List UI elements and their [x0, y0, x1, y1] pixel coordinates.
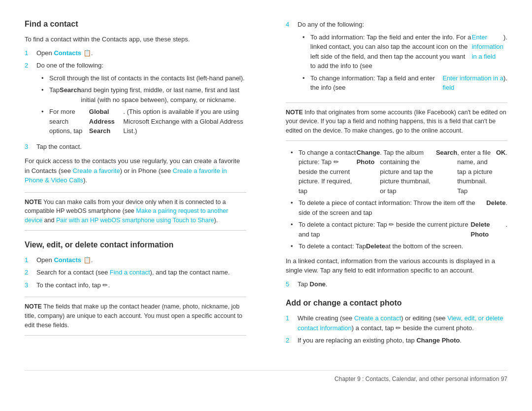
page-layout: Find a contact To find a contact within … [25, 20, 507, 355]
note-label-2: NOTE [25, 303, 42, 310]
section-add-photo: Add or change a contact photo 1 While cr… [286, 299, 507, 345]
note-label-1: NOTE [25, 199, 42, 206]
step-1-content: Open Contacts 📋. [36, 48, 246, 58]
view-edit-note: NOTE The fields that make up the contact… [25, 297, 246, 335]
section-view-edit-delete: View, edit, or delete contact informatio… [25, 240, 246, 336]
note-label-3: NOTE [286, 109, 303, 116]
step4-bullets-2: To change a contact picture: Tap ✏ besid… [286, 148, 507, 251]
step-4-num: 4 [286, 20, 298, 96]
bullet-change-info: To change information: Tap a field and e… [298, 73, 507, 93]
create-contact-link[interactable]: Create a contact [354, 314, 401, 322]
step-2-content: Do one of the following: Scroll through … [36, 61, 246, 139]
section-find-contact: Find a contact To find a contact within … [25, 20, 246, 231]
photo-step-1: 1 While creating (see Create a contact) … [286, 313, 507, 333]
photo-step-1-content: While creating (see Create a contact) or… [298, 313, 507, 333]
enter-info-link-1[interactable]: Enter information in a field [472, 33, 503, 71]
section-step4: 4 Do any of the following: To add inform… [286, 20, 507, 289]
bullet-scroll: Scroll through the list of contacts in t… [36, 73, 246, 83]
step-5: 5 Tap Done. [286, 279, 507, 289]
bullet-delete-info: To delete a piece of contact information… [286, 198, 507, 217]
view-step-3-content: To the contact info, tap ✏. [36, 280, 246, 290]
page-footer: Chapter 9 : Contacts, Calendar, and othe… [25, 370, 507, 382]
add-photo-steps: 1 While creating (see Create a contact) … [286, 313, 507, 345]
create-favorite-link[interactable]: Create a favorite [73, 167, 120, 174]
step-2-bullets: Scroll through the list of contacts in t… [36, 73, 246, 136]
bullet-search: Tap Search and begin typing first, middl… [36, 85, 246, 104]
section-view-edit-title: View, edit, or delete contact informatio… [25, 240, 246, 249]
photo-step-1-num: 1 [286, 313, 298, 333]
note-text-2: The fields that make up the contact head… [25, 303, 242, 329]
find-contact-intro: To find a contact within the Contacts ap… [25, 34, 246, 44]
view-step-2: 2 Search for a contact (see Find a conta… [25, 268, 246, 277]
step-4: 4 Do any of the following: To add inform… [286, 20, 507, 96]
photo-step-2-num: 2 [286, 336, 298, 345]
view-step-2-content: Search for a contact (see Find a contact… [36, 268, 246, 277]
bullet-delete-contact: To delete a contact: Tap Delete at the b… [286, 241, 507, 251]
step-3-content: Tap the contact. [36, 142, 246, 152]
view-step-3: 3 To the contact info, tap ✏. [25, 280, 246, 290]
find-contact-footer: For quick access to the contacts you use… [25, 156, 246, 185]
note-text-1: You can make calls from your device only… [25, 199, 228, 224]
left-column: Find a contact To find a contact within … [25, 20, 256, 355]
bullet-add-info: To add information: Tap the field and en… [298, 33, 507, 71]
enter-info-link-2[interactable]: Enter information in a field [442, 73, 503, 93]
touch-share-link[interactable]: Pair with an HP webOS smartphone using T… [56, 217, 214, 224]
step-5-content: Tap Done. [298, 279, 507, 289]
step-1: 1 Open Contacts 📋. [25, 48, 246, 58]
find-contact-note: NOTE You can make calls from your device… [25, 192, 246, 231]
find-contact-link[interactable]: Find a contact [110, 269, 150, 276]
section-add-photo-title: Add or change a contact photo [286, 299, 507, 308]
step4-note: NOTE Info that originates from some acco… [286, 103, 507, 141]
open-contacts-link-2[interactable]: Contacts [54, 256, 81, 264]
view-step-1-content: Open Contacts 📋. [36, 255, 246, 265]
step-2-num: 2 [25, 61, 36, 139]
step-5-num: 5 [286, 279, 298, 289]
step-1-num: 1 [25, 48, 36, 58]
step-2: 2 Do one of the following: Scroll throug… [25, 61, 246, 139]
step-4-bullets: To add information: Tap the field and en… [298, 33, 507, 93]
bullet-delete-picture: To delete a contact picture: Tap ✏ besid… [286, 220, 507, 239]
right-column: 4 Do any of the following: To add inform… [276, 20, 507, 355]
step4-list: 4 Do any of the following: To add inform… [286, 20, 507, 96]
photo-step-2: 2 If you are replacing an existing photo… [286, 336, 507, 345]
step-3: 3 Tap the contact. [25, 142, 246, 152]
linked-contact-text: In a linked contact, information from th… [286, 256, 507, 275]
view-step-1: 1 Open Contacts 📋. [25, 255, 246, 265]
view-step-1-num: 1 [25, 255, 36, 265]
step-3-num: 3 [25, 142, 36, 152]
section-find-contact-title: Find a contact [25, 20, 246, 29]
open-contacts-link[interactable]: Contacts [54, 49, 81, 57]
view-step-2-num: 2 [25, 268, 36, 277]
find-contact-steps: 1 Open Contacts 📋. 2 Do one of the follo… [25, 48, 246, 152]
photo-step-2-content: If you are replacing an existing photo, … [298, 336, 507, 345]
bullet-global-search: For more search options, tap Global Addr… [36, 107, 246, 136]
step-4-content: Do any of the following: To add informat… [298, 20, 507, 96]
footer-text: Chapter 9 : Contacts, Calendar, and othe… [334, 376, 507, 382]
view-step-3-num: 3 [25, 280, 36, 290]
bullet-change-picture: To change a contact picture: Tap ✏ besid… [286, 148, 507, 196]
step5-list: 5 Tap Done. [286, 279, 507, 289]
view-edit-steps: 1 Open Contacts 📋. 2 Search for a contac… [25, 255, 246, 290]
note-text-3: Info that originates from some accounts … [286, 109, 506, 135]
create-favorite-phone-link[interactable]: Create a favorite in Phone & Video Calls [25, 167, 227, 184]
